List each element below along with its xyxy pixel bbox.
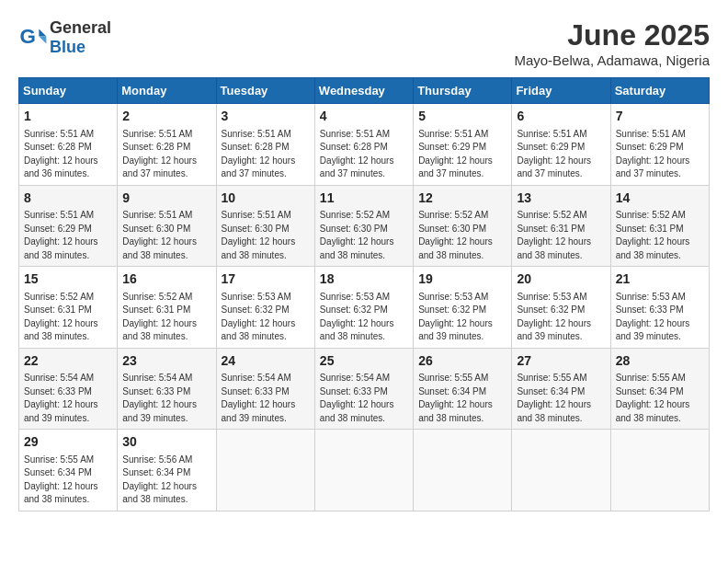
sunset-label: Sunset: 6:33 PM — [122, 386, 190, 396]
table-row: 16 Sunrise: 5:52 AM Sunset: 6:31 PM Dayl… — [118, 267, 216, 349]
day-number: 3 — [222, 108, 310, 126]
calendar-week-2: 8 Sunrise: 5:51 AM Sunset: 6:29 PM Dayli… — [19, 185, 710, 267]
daylight-label: Daylight: 12 hours and 37 minutes. — [320, 155, 394, 179]
calendar-week-5: 29 Sunrise: 5:55 AM Sunset: 6:34 PM Dayl… — [19, 430, 710, 511]
daylight-label: Daylight: 12 hours and 38 minutes. — [320, 399, 394, 423]
day-number: 7 — [616, 108, 704, 126]
daylight-label: Daylight: 12 hours and 37 minutes. — [616, 155, 690, 179]
calendar-week-4: 22 Sunrise: 5:54 AM Sunset: 6:33 PM Dayl… — [19, 348, 710, 430]
sunrise-label: Sunrise: 5:52 AM — [616, 210, 686, 220]
sunset-label: Sunset: 6:32 PM — [517, 304, 585, 315]
sunrise-label: Sunrise: 5:55 AM — [517, 373, 586, 383]
day-info: Sunrise: 5:54 AM Sunset: 6:33 PM Dayligh… — [122, 372, 210, 425]
sunset-label: Sunset: 6:28 PM — [222, 142, 290, 152]
daylight-label: Daylight: 12 hours and 38 minutes. — [517, 236, 591, 260]
day-info: Sunrise: 5:53 AM Sunset: 6:32 PM Dayligh… — [320, 291, 408, 344]
sunrise-label: Sunrise: 5:51 AM — [122, 210, 192, 220]
day-number: 9 — [122, 190, 210, 208]
table-row: 20 Sunrise: 5:53 AM Sunset: 6:32 PM Dayl… — [512, 267, 610, 349]
daylight-label: Daylight: 12 hours and 38 minutes. — [418, 399, 493, 423]
sunset-label: Sunset: 6:34 PM — [24, 467, 92, 477]
svg-marker-2 — [39, 36, 46, 43]
sunset-label: Sunset: 6:33 PM — [320, 386, 388, 396]
col-friday: Friday — [512, 78, 610, 104]
sunset-label: Sunset: 6:34 PM — [616, 386, 684, 396]
col-wednesday: Wednesday — [314, 78, 413, 104]
col-tuesday: Tuesday — [216, 78, 314, 104]
day-info: Sunrise: 5:55 AM Sunset: 6:34 PM Dayligh… — [517, 372, 605, 425]
sunset-label: Sunset: 6:32 PM — [418, 304, 486, 315]
table-row: 12 Sunrise: 5:52 AM Sunset: 6:30 PM Dayl… — [414, 185, 512, 267]
daylight-label: Daylight: 12 hours and 37 minutes. — [517, 155, 591, 179]
sunrise-label: Sunrise: 5:54 AM — [122, 373, 192, 383]
day-info: Sunrise: 5:53 AM Sunset: 6:32 PM Dayligh… — [517, 291, 605, 344]
logo-text: General Blue — [50, 18, 111, 57]
daylight-label: Daylight: 12 hours and 38 minutes. — [320, 318, 394, 342]
table-row — [610, 430, 709, 511]
day-number: 26 — [418, 352, 506, 371]
day-number: 24 — [222, 352, 310, 371]
table-row: 1 Sunrise: 5:51 AM Sunset: 6:28 PM Dayli… — [19, 104, 118, 186]
sunrise-label: Sunrise: 5:51 AM — [616, 129, 686, 139]
day-info: Sunrise: 5:51 AM Sunset: 6:29 PM Dayligh… — [418, 128, 506, 181]
sunrise-label: Sunrise: 5:51 AM — [24, 210, 94, 220]
calendar-week-1: 1 Sunrise: 5:51 AM Sunset: 6:28 PM Dayli… — [19, 104, 710, 186]
day-number: 1 — [24, 108, 112, 126]
day-info: Sunrise: 5:51 AM Sunset: 6:29 PM Dayligh… — [616, 128, 704, 181]
day-info: Sunrise: 5:51 AM Sunset: 6:30 PM Dayligh… — [122, 209, 210, 262]
logo-icon: G — [18, 23, 48, 52]
table-row: 9 Sunrise: 5:51 AM Sunset: 6:30 PM Dayli… — [118, 185, 216, 267]
sunrise-label: Sunrise: 5:55 AM — [24, 454, 94, 465]
sunset-label: Sunset: 6:33 PM — [222, 386, 290, 396]
table-row: 24 Sunrise: 5:54 AM Sunset: 6:33 PM Dayl… — [216, 348, 314, 430]
daylight-label: Daylight: 12 hours and 38 minutes. — [616, 236, 690, 260]
day-number: 12 — [418, 190, 506, 208]
sunset-label: Sunset: 6:31 PM — [616, 224, 684, 234]
day-info: Sunrise: 5:56 AM Sunset: 6:34 PM Dayligh… — [122, 454, 210, 507]
col-monday: Monday — [118, 78, 216, 104]
day-info: Sunrise: 5:52 AM Sunset: 6:30 PM Dayligh… — [320, 209, 408, 262]
daylight-label: Daylight: 12 hours and 36 minutes. — [24, 155, 98, 179]
day-info: Sunrise: 5:52 AM Sunset: 6:31 PM Dayligh… — [616, 209, 704, 262]
sunrise-label: Sunrise: 5:54 AM — [222, 373, 291, 383]
sunset-label: Sunset: 6:30 PM — [320, 224, 388, 234]
day-number: 30 — [122, 433, 210, 452]
daylight-label: Daylight: 12 hours and 37 minutes. — [418, 155, 493, 179]
sunrise-label: Sunrise: 5:53 AM — [418, 292, 488, 302]
sunset-label: Sunset: 6:28 PM — [320, 142, 388, 152]
day-number: 29 — [24, 433, 112, 452]
day-info: Sunrise: 5:52 AM Sunset: 6:30 PM Dayligh… — [418, 209, 506, 262]
day-info: Sunrise: 5:52 AM Sunset: 6:31 PM Dayligh… — [122, 291, 210, 344]
table-row: 7 Sunrise: 5:51 AM Sunset: 6:29 PM Dayli… — [610, 104, 709, 186]
month-title: June 2025 — [514, 18, 710, 52]
daylight-label: Daylight: 12 hours and 39 minutes. — [222, 399, 296, 423]
day-number: 27 — [517, 352, 605, 371]
table-row: 14 Sunrise: 5:52 AM Sunset: 6:31 PM Dayl… — [610, 185, 709, 267]
daylight-label: Daylight: 12 hours and 39 minutes. — [517, 318, 591, 342]
daylight-label: Daylight: 12 hours and 38 minutes. — [222, 318, 296, 342]
table-row — [314, 430, 413, 511]
day-number: 14 — [616, 190, 704, 208]
sunset-label: Sunset: 6:34 PM — [517, 386, 585, 396]
day-info: Sunrise: 5:51 AM Sunset: 6:30 PM Dayligh… — [222, 209, 310, 262]
table-row: 10 Sunrise: 5:51 AM Sunset: 6:30 PM Dayl… — [216, 185, 314, 267]
day-number: 11 — [320, 190, 408, 208]
table-row: 11 Sunrise: 5:52 AM Sunset: 6:30 PM Dayl… — [314, 185, 413, 267]
sunrise-label: Sunrise: 5:53 AM — [616, 292, 686, 302]
sunset-label: Sunset: 6:31 PM — [24, 304, 92, 315]
daylight-label: Daylight: 12 hours and 38 minutes. — [122, 318, 197, 342]
daylight-label: Daylight: 12 hours and 38 minutes. — [122, 236, 197, 260]
day-number: 19 — [418, 270, 506, 289]
sunrise-label: Sunrise: 5:53 AM — [517, 292, 586, 302]
table-row: 26 Sunrise: 5:55 AM Sunset: 6:34 PM Dayl… — [414, 348, 512, 430]
sunrise-label: Sunrise: 5:53 AM — [320, 292, 390, 302]
sunrise-label: Sunrise: 5:52 AM — [24, 292, 94, 302]
table-row: 17 Sunrise: 5:53 AM Sunset: 6:32 PM Dayl… — [216, 267, 314, 349]
day-info: Sunrise: 5:53 AM Sunset: 6:33 PM Dayligh… — [616, 291, 704, 344]
day-info: Sunrise: 5:51 AM Sunset: 6:28 PM Dayligh… — [24, 128, 112, 181]
table-row — [216, 430, 314, 511]
daylight-label: Daylight: 12 hours and 37 minutes. — [222, 155, 296, 179]
daylight-label: Daylight: 12 hours and 39 minutes. — [122, 399, 197, 423]
table-row: 4 Sunrise: 5:51 AM Sunset: 6:28 PM Dayli… — [314, 104, 413, 186]
table-row: 28 Sunrise: 5:55 AM Sunset: 6:34 PM Dayl… — [610, 348, 709, 430]
